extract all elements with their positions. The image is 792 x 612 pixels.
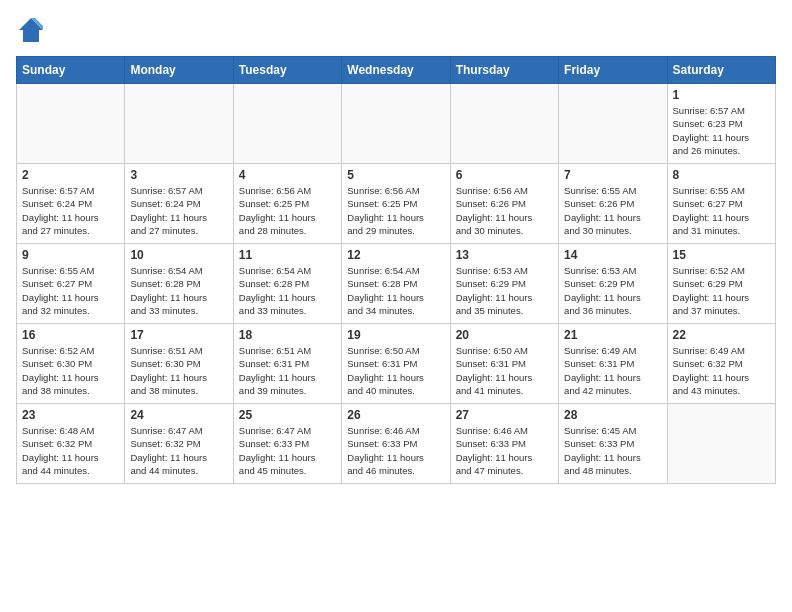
day-header-saturday: Saturday (667, 57, 775, 84)
day-header-monday: Monday (125, 57, 233, 84)
calendar-cell: 15Sunrise: 6:52 AM Sunset: 6:29 PM Dayli… (667, 244, 775, 324)
day-header-tuesday: Tuesday (233, 57, 341, 84)
calendar-cell: 19Sunrise: 6:50 AM Sunset: 6:31 PM Dayli… (342, 324, 450, 404)
calendar-cell: 10Sunrise: 6:54 AM Sunset: 6:28 PM Dayli… (125, 244, 233, 324)
day-number: 14 (564, 248, 661, 262)
calendar-cell: 24Sunrise: 6:47 AM Sunset: 6:32 PM Dayli… (125, 404, 233, 484)
day-info: Sunrise: 6:52 AM Sunset: 6:29 PM Dayligh… (673, 264, 770, 317)
calendar-cell: 21Sunrise: 6:49 AM Sunset: 6:31 PM Dayli… (559, 324, 667, 404)
day-info: Sunrise: 6:55 AM Sunset: 6:27 PM Dayligh… (673, 184, 770, 237)
day-info: Sunrise: 6:54 AM Sunset: 6:28 PM Dayligh… (130, 264, 227, 317)
day-header-friday: Friday (559, 57, 667, 84)
day-number: 6 (456, 168, 553, 182)
calendar-cell: 28Sunrise: 6:45 AM Sunset: 6:33 PM Dayli… (559, 404, 667, 484)
logo-icon (17, 16, 45, 44)
day-info: Sunrise: 6:46 AM Sunset: 6:33 PM Dayligh… (456, 424, 553, 477)
calendar-cell: 3Sunrise: 6:57 AM Sunset: 6:24 PM Daylig… (125, 164, 233, 244)
day-number: 12 (347, 248, 444, 262)
week-row-2: 9Sunrise: 6:55 AM Sunset: 6:27 PM Daylig… (17, 244, 776, 324)
calendar-cell: 5Sunrise: 6:56 AM Sunset: 6:25 PM Daylig… (342, 164, 450, 244)
calendar-cell: 2Sunrise: 6:57 AM Sunset: 6:24 PM Daylig… (17, 164, 125, 244)
day-info: Sunrise: 6:56 AM Sunset: 6:25 PM Dayligh… (239, 184, 336, 237)
day-info: Sunrise: 6:47 AM Sunset: 6:32 PM Dayligh… (130, 424, 227, 477)
day-number: 9 (22, 248, 119, 262)
calendar-cell: 8Sunrise: 6:55 AM Sunset: 6:27 PM Daylig… (667, 164, 775, 244)
day-info: Sunrise: 6:49 AM Sunset: 6:31 PM Dayligh… (564, 344, 661, 397)
day-info: Sunrise: 6:51 AM Sunset: 6:30 PM Dayligh… (130, 344, 227, 397)
day-info: Sunrise: 6:56 AM Sunset: 6:25 PM Dayligh… (347, 184, 444, 237)
day-number: 5 (347, 168, 444, 182)
day-number: 22 (673, 328, 770, 342)
calendar-cell: 25Sunrise: 6:47 AM Sunset: 6:33 PM Dayli… (233, 404, 341, 484)
day-number: 1 (673, 88, 770, 102)
day-info: Sunrise: 6:50 AM Sunset: 6:31 PM Dayligh… (456, 344, 553, 397)
page-header (16, 16, 776, 44)
day-info: Sunrise: 6:52 AM Sunset: 6:30 PM Dayligh… (22, 344, 119, 397)
day-number: 23 (22, 408, 119, 422)
day-info: Sunrise: 6:55 AM Sunset: 6:27 PM Dayligh… (22, 264, 119, 317)
calendar-cell: 6Sunrise: 6:56 AM Sunset: 6:26 PM Daylig… (450, 164, 558, 244)
calendar-cell: 17Sunrise: 6:51 AM Sunset: 6:30 PM Dayli… (125, 324, 233, 404)
calendar-cell (233, 84, 341, 164)
calendar-cell: 26Sunrise: 6:46 AM Sunset: 6:33 PM Dayli… (342, 404, 450, 484)
day-number: 2 (22, 168, 119, 182)
calendar-cell: 16Sunrise: 6:52 AM Sunset: 6:30 PM Dayli… (17, 324, 125, 404)
calendar-cell: 18Sunrise: 6:51 AM Sunset: 6:31 PM Dayli… (233, 324, 341, 404)
day-info: Sunrise: 6:53 AM Sunset: 6:29 PM Dayligh… (456, 264, 553, 317)
day-number: 21 (564, 328, 661, 342)
day-number: 4 (239, 168, 336, 182)
day-number: 25 (239, 408, 336, 422)
day-number: 7 (564, 168, 661, 182)
calendar-cell (17, 84, 125, 164)
calendar-cell: 11Sunrise: 6:54 AM Sunset: 6:28 PM Dayli… (233, 244, 341, 324)
day-info: Sunrise: 6:48 AM Sunset: 6:32 PM Dayligh… (22, 424, 119, 477)
day-header-thursday: Thursday (450, 57, 558, 84)
day-info: Sunrise: 6:57 AM Sunset: 6:24 PM Dayligh… (130, 184, 227, 237)
day-number: 11 (239, 248, 336, 262)
logo (16, 16, 46, 44)
calendar-cell: 20Sunrise: 6:50 AM Sunset: 6:31 PM Dayli… (450, 324, 558, 404)
calendar-cell (559, 84, 667, 164)
day-info: Sunrise: 6:45 AM Sunset: 6:33 PM Dayligh… (564, 424, 661, 477)
day-header-sunday: Sunday (17, 57, 125, 84)
day-number: 18 (239, 328, 336, 342)
day-number: 28 (564, 408, 661, 422)
calendar-table: SundayMondayTuesdayWednesdayThursdayFrid… (16, 56, 776, 484)
day-number: 20 (456, 328, 553, 342)
day-number: 13 (456, 248, 553, 262)
day-info: Sunrise: 6:53 AM Sunset: 6:29 PM Dayligh… (564, 264, 661, 317)
calendar-cell (450, 84, 558, 164)
day-number: 24 (130, 408, 227, 422)
day-info: Sunrise: 6:46 AM Sunset: 6:33 PM Dayligh… (347, 424, 444, 477)
day-number: 3 (130, 168, 227, 182)
day-info: Sunrise: 6:51 AM Sunset: 6:31 PM Dayligh… (239, 344, 336, 397)
svg-marker-0 (19, 18, 43, 42)
day-number: 17 (130, 328, 227, 342)
day-info: Sunrise: 6:49 AM Sunset: 6:32 PM Dayligh… (673, 344, 770, 397)
day-header-wednesday: Wednesday (342, 57, 450, 84)
week-row-4: 23Sunrise: 6:48 AM Sunset: 6:32 PM Dayli… (17, 404, 776, 484)
calendar-cell: 7Sunrise: 6:55 AM Sunset: 6:26 PM Daylig… (559, 164, 667, 244)
day-info: Sunrise: 6:54 AM Sunset: 6:28 PM Dayligh… (239, 264, 336, 317)
day-info: Sunrise: 6:56 AM Sunset: 6:26 PM Dayligh… (456, 184, 553, 237)
week-row-1: 2Sunrise: 6:57 AM Sunset: 6:24 PM Daylig… (17, 164, 776, 244)
calendar-cell: 27Sunrise: 6:46 AM Sunset: 6:33 PM Dayli… (450, 404, 558, 484)
calendar-header-row: SundayMondayTuesdayWednesdayThursdayFrid… (17, 57, 776, 84)
day-number: 10 (130, 248, 227, 262)
day-number: 26 (347, 408, 444, 422)
calendar-cell: 12Sunrise: 6:54 AM Sunset: 6:28 PM Dayli… (342, 244, 450, 324)
week-row-0: 1Sunrise: 6:57 AM Sunset: 6:23 PM Daylig… (17, 84, 776, 164)
day-number: 15 (673, 248, 770, 262)
day-info: Sunrise: 6:57 AM Sunset: 6:24 PM Dayligh… (22, 184, 119, 237)
day-number: 16 (22, 328, 119, 342)
calendar-cell: 1Sunrise: 6:57 AM Sunset: 6:23 PM Daylig… (667, 84, 775, 164)
calendar-cell (342, 84, 450, 164)
day-info: Sunrise: 6:55 AM Sunset: 6:26 PM Dayligh… (564, 184, 661, 237)
calendar-cell: 4Sunrise: 6:56 AM Sunset: 6:25 PM Daylig… (233, 164, 341, 244)
day-info: Sunrise: 6:47 AM Sunset: 6:33 PM Dayligh… (239, 424, 336, 477)
day-number: 27 (456, 408, 553, 422)
calendar-cell (125, 84, 233, 164)
day-info: Sunrise: 6:54 AM Sunset: 6:28 PM Dayligh… (347, 264, 444, 317)
day-number: 8 (673, 168, 770, 182)
day-number: 19 (347, 328, 444, 342)
